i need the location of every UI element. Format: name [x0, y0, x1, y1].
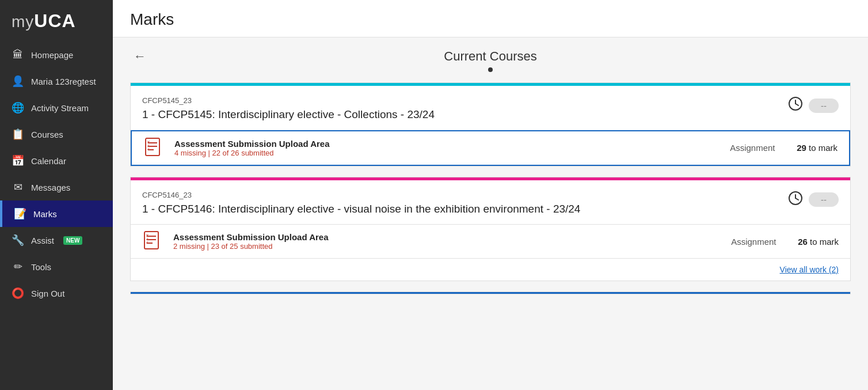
- sidebar: myUCA 🏛 Homepage 👤 Maria 123regtest 🌐 Ac…: [0, 0, 113, 390]
- logo-my: my: [12, 13, 34, 31]
- assignment-name-2-1: Assessment Submission Upload Area: [173, 232, 722, 242]
- course-header-right-2: --: [788, 191, 839, 209]
- assignment-missing-2-1: 2 missing | 23 of 25 submitted: [173, 242, 722, 251]
- sidebar-item-label: Messages: [31, 183, 70, 192]
- course-name-2: 1 - CFCP5146: Interdisciplinary elective…: [142, 202, 580, 217]
- course-header-right-1: --: [788, 96, 839, 115]
- assignment-row-1-1[interactable]: ✕ ✓ ✓ Assessment Submission Upload Area …: [131, 130, 850, 166]
- course-code-1: CFCP5145_23: [142, 96, 435, 105]
- messages-icon: ✉: [12, 181, 24, 194]
- sidebar-item-label: Maria 123regtest: [31, 77, 96, 86]
- view-all-link-2[interactable]: View all work (2): [780, 265, 839, 274]
- courses-list: CFCP5145_23 1 - CFCP5145: Interdisciplin…: [113, 72, 868, 315]
- clock-icon-1: [788, 96, 803, 115]
- activity-stream-icon: 🌐: [12, 101, 24, 114]
- svg-line-12: [795, 198, 798, 200]
- marks-icon: 📝: [14, 207, 26, 220]
- course-code-2: CFCP5146_23: [142, 191, 580, 199]
- sidebar-item-calendar[interactable]: 📅 Calendar: [0, 147, 113, 174]
- grade-badge-1: --: [809, 99, 839, 113]
- course-header-2: CFCP5146_23 1 - CFCP5146: Interdisciplin…: [131, 180, 850, 225]
- back-arrow[interactable]: ←: [124, 44, 155, 69]
- sidebar-item-marks[interactable]: 📝 Marks: [0, 200, 113, 227]
- sidebar-item-messages[interactable]: ✉ Messages: [0, 174, 113, 200]
- course-bar-3: [131, 292, 850, 294]
- sidebar-item-label: Homepage: [31, 50, 73, 60]
- assignment-row-2-1[interactable]: ✕ ✓ ✓ Assessment Submission Upload Area …: [131, 224, 850, 258]
- tools-icon: ✏: [12, 260, 24, 273]
- view-all-row-2: View all work (2): [131, 258, 850, 281]
- sidebar-item-label: Activity Stream: [31, 103, 89, 113]
- homepage-icon: 🏛: [12, 49, 24, 61]
- sidebar-item-label: Courses: [31, 130, 63, 139]
- assignment-info-2-1: Assessment Submission Upload Area 2 miss…: [173, 232, 722, 251]
- profile-icon: 👤: [12, 75, 24, 88]
- grade-badge-2: --: [809, 192, 839, 207]
- sidebar-item-label: Sign Out: [31, 289, 64, 298]
- courses-nav: ← Current Courses: [113, 37, 868, 64]
- page-title: Marks: [130, 10, 851, 29]
- sidebar-item-label: Marks: [33, 209, 57, 219]
- course-name-1: 1 - CFCP5145: Interdisciplinary elective…: [142, 107, 435, 122]
- course-info-2: CFCP5146_23 1 - CFCP5146: Interdisciplin…: [142, 191, 580, 217]
- signout-icon: ⭕: [12, 287, 24, 300]
- assignment-icon-2-1: ✕ ✓ ✓: [142, 230, 164, 252]
- sidebar-nav: 🏛 Homepage 👤 Maria 123regtest 🌐 Activity…: [0, 42, 113, 390]
- course-card-3: [130, 291, 851, 294]
- assignment-info-1-1: Assessment Submission Upload Area 4 miss…: [174, 139, 721, 157]
- courses-nav-label: Current Courses: [444, 49, 536, 64]
- svg-line-2: [795, 104, 798, 105]
- assignment-to-mark-1-1: 29 to mark: [797, 143, 837, 153]
- assignment-type-1-1: Assignment: [730, 143, 787, 153]
- assignment-missing-1-1: 4 missing | 22 of 26 submitted: [174, 149, 721, 157]
- sidebar-item-label: Calendar: [31, 156, 66, 166]
- sidebar-item-label: Tools: [31, 262, 51, 272]
- courses-icon: 📋: [12, 128, 24, 141]
- svg-text:✓: ✓: [147, 147, 150, 151]
- sidebar-item-profile[interactable]: 👤 Maria 123regtest: [0, 68, 113, 94]
- svg-text:✓: ✓: [146, 240, 149, 244]
- assist-badge: NEW: [63, 236, 82, 245]
- sidebar-item-activity-stream[interactable]: 🌐 Activity Stream: [0, 94, 113, 121]
- assignment-icon-1-1: ✕ ✓ ✓: [143, 137, 165, 159]
- assignment-name-1-1: Assessment Submission Upload Area: [174, 139, 721, 149]
- sidebar-item-label: Assist: [31, 236, 54, 245]
- sidebar-item-homepage[interactable]: 🏛 Homepage: [0, 42, 113, 68]
- logo-uca: UCA: [34, 10, 75, 31]
- pagination-dot: [488, 67, 493, 72]
- assist-icon: 🔧: [12, 234, 24, 247]
- calendar-icon: 📅: [12, 154, 24, 167]
- courses-dot-row: [113, 64, 868, 72]
- sidebar-item-tools[interactable]: ✏ Tools: [0, 253, 113, 280]
- assignment-to-mark-2-1: 26 to mark: [798, 237, 839, 247]
- sidebar-item-courses[interactable]: 📋 Courses: [0, 121, 113, 147]
- course-header-1: CFCP5145_23 1 - CFCP5145: Interdisciplin…: [131, 86, 850, 130]
- course-info-1: CFCP5145_23 1 - CFCP5145: Interdisciplin…: [142, 96, 435, 122]
- main-header: Marks: [113, 0, 868, 37]
- course-card-1: CFCP5145_23 1 - CFCP5145: Interdisciplin…: [130, 82, 851, 166]
- assignment-type-2-1: Assignment: [731, 237, 789, 247]
- sidebar-item-signout[interactable]: ⭕ Sign Out: [0, 280, 113, 306]
- course-card-2: CFCP5146_23 1 - CFCP5146: Interdisciplin…: [130, 177, 851, 282]
- clock-icon-2: [788, 191, 803, 209]
- sidebar-item-assist[interactable]: 🔧 Assist NEW: [0, 227, 113, 253]
- app-logo: myUCA: [0, 0, 113, 42]
- main-content: Marks ← Current Courses CFCP5145_23 1 - …: [113, 0, 868, 390]
